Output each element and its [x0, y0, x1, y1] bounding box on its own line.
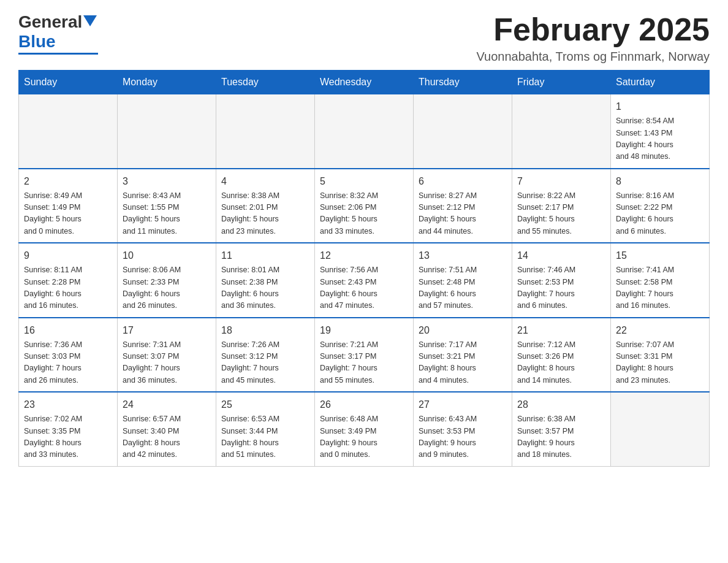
- day-number: 27: [419, 397, 507, 412]
- calendar-day: 26Sunrise: 6:48 AMSunset: 3:49 PMDayligh…: [315, 392, 414, 466]
- day-info: Sunrise: 8:38 AMSunset: 2:01 PMDaylight:…: [221, 190, 309, 238]
- calendar-day: 11Sunrise: 8:01 AMSunset: 2:38 PMDayligh…: [216, 243, 315, 318]
- calendar-table: Sunday Monday Tuesday Wednesday Thursday…: [18, 70, 710, 467]
- day-number: 18: [221, 323, 309, 338]
- day-number: 16: [24, 323, 112, 338]
- calendar-day: 12Sunrise: 7:56 AMSunset: 2:43 PMDayligh…: [315, 243, 414, 318]
- calendar-day: 17Sunrise: 7:31 AMSunset: 3:07 PMDayligh…: [118, 318, 216, 393]
- calendar-day: [512, 94, 611, 169]
- day-number: 25: [221, 397, 309, 412]
- day-number: 13: [419, 248, 507, 263]
- calendar-day: 18Sunrise: 7:26 AMSunset: 3:12 PMDayligh…: [216, 318, 315, 393]
- calendar-day: 10Sunrise: 8:06 AMSunset: 2:33 PMDayligh…: [118, 243, 216, 318]
- header-sunday: Sunday: [19, 71, 118, 94]
- day-number: 9: [24, 248, 112, 263]
- day-number: 6: [419, 174, 507, 189]
- day-info: Sunrise: 6:53 AMSunset: 3:44 PMDaylight:…: [221, 413, 309, 461]
- calendar-day: 23Sunrise: 7:02 AMSunset: 3:35 PMDayligh…: [19, 392, 118, 466]
- day-number: 21: [517, 323, 605, 338]
- logo: General Blue: [18, 12, 98, 55]
- calendar-day: 8Sunrise: 8:16 AMSunset: 2:22 PMDaylight…: [611, 169, 710, 243]
- day-info: Sunrise: 8:43 AMSunset: 1:55 PMDaylight:…: [123, 190, 211, 238]
- header-thursday: Thursday: [414, 71, 512, 94]
- calendar-day: 21Sunrise: 7:12 AMSunset: 3:26 PMDayligh…: [512, 318, 611, 393]
- month-title: February 2025: [476, 12, 710, 47]
- logo-arrow-icon: [83, 15, 97, 29]
- calendar-header-row: Sunday Monday Tuesday Wednesday Thursday…: [19, 71, 710, 94]
- day-info: Sunrise: 6:43 AMSunset: 3:53 PMDaylight:…: [419, 413, 507, 461]
- day-number: 2: [24, 174, 112, 189]
- header-wednesday: Wednesday: [315, 71, 414, 94]
- day-info: Sunrise: 8:32 AMSunset: 2:06 PMDaylight:…: [320, 190, 408, 238]
- day-info: Sunrise: 7:12 AMSunset: 3:26 PMDaylight:…: [517, 339, 605, 387]
- calendar-day: 7Sunrise: 8:22 AMSunset: 2:17 PMDaylight…: [512, 169, 611, 243]
- day-number: 10: [123, 248, 211, 263]
- day-number: 7: [517, 174, 605, 189]
- day-info: Sunrise: 8:54 AMSunset: 1:43 PMDaylight:…: [616, 115, 704, 163]
- day-number: 8: [616, 174, 704, 189]
- day-info: Sunrise: 7:17 AMSunset: 3:21 PMDaylight:…: [419, 339, 507, 387]
- day-info: Sunrise: 7:41 AMSunset: 2:58 PMDaylight:…: [616, 264, 704, 312]
- day-info: Sunrise: 7:07 AMSunset: 3:31 PMDaylight:…: [616, 339, 704, 387]
- day-info: Sunrise: 7:36 AMSunset: 3:03 PMDaylight:…: [24, 339, 112, 387]
- day-info: Sunrise: 8:22 AMSunset: 2:17 PMDaylight:…: [517, 190, 605, 238]
- calendar-day: 4Sunrise: 8:38 AMSunset: 2:01 PMDaylight…: [216, 169, 315, 243]
- day-info: Sunrise: 8:06 AMSunset: 2:33 PMDaylight:…: [123, 264, 211, 312]
- day-number: 28: [517, 397, 605, 412]
- day-info: Sunrise: 7:21 AMSunset: 3:17 PMDaylight:…: [320, 339, 408, 387]
- logo-blue-text: Blue: [18, 32, 56, 52]
- day-info: Sunrise: 7:51 AMSunset: 2:48 PMDaylight:…: [419, 264, 507, 312]
- calendar-day: 19Sunrise: 7:21 AMSunset: 3:17 PMDayligh…: [315, 318, 414, 393]
- header-friday: Friday: [512, 71, 611, 94]
- title-section: February 2025 Vuonnabahta, Troms og Finn…: [476, 12, 710, 64]
- day-number: 24: [123, 397, 211, 412]
- day-info: Sunrise: 8:27 AMSunset: 2:12 PMDaylight:…: [419, 190, 507, 238]
- calendar-day: 27Sunrise: 6:43 AMSunset: 3:53 PMDayligh…: [414, 392, 512, 466]
- svg-marker-0: [83, 15, 97, 26]
- calendar-day: 16Sunrise: 7:36 AMSunset: 3:03 PMDayligh…: [19, 318, 118, 393]
- calendar-day: 22Sunrise: 7:07 AMSunset: 3:31 PMDayligh…: [611, 318, 710, 393]
- calendar-week-4: 16Sunrise: 7:36 AMSunset: 3:03 PMDayligh…: [19, 318, 710, 393]
- day-info: Sunrise: 8:16 AMSunset: 2:22 PMDaylight:…: [616, 190, 704, 238]
- calendar-week-5: 23Sunrise: 7:02 AMSunset: 3:35 PMDayligh…: [19, 392, 710, 466]
- calendar-day: [19, 94, 118, 169]
- location-text: Vuonnabahta, Troms og Finnmark, Norway: [476, 50, 710, 64]
- calendar-day: [414, 94, 512, 169]
- calendar-day: 5Sunrise: 8:32 AMSunset: 2:06 PMDaylight…: [315, 169, 414, 243]
- day-info: Sunrise: 7:26 AMSunset: 3:12 PMDaylight:…: [221, 339, 309, 387]
- page-header: General Blue February 2025 Vuonnabahta, …: [18, 12, 710, 64]
- day-number: 12: [320, 248, 408, 263]
- day-info: Sunrise: 8:49 AMSunset: 1:49 PMDaylight:…: [24, 190, 112, 238]
- day-number: 22: [616, 323, 704, 338]
- calendar-day: 20Sunrise: 7:17 AMSunset: 3:21 PMDayligh…: [414, 318, 512, 393]
- calendar-day: 28Sunrise: 6:38 AMSunset: 3:57 PMDayligh…: [512, 392, 611, 466]
- day-number: 17: [123, 323, 211, 338]
- header-tuesday: Tuesday: [216, 71, 315, 94]
- calendar-day: 1Sunrise: 8:54 AMSunset: 1:43 PMDaylight…: [611, 94, 710, 169]
- day-number: 15: [616, 248, 704, 263]
- day-number: 4: [221, 174, 309, 189]
- day-number: 3: [123, 174, 211, 189]
- day-number: 20: [419, 323, 507, 338]
- logo-underline: [18, 53, 98, 55]
- day-number: 11: [221, 248, 309, 263]
- calendar-day: 6Sunrise: 8:27 AMSunset: 2:12 PMDaylight…: [414, 169, 512, 243]
- day-number: 14: [517, 248, 605, 263]
- calendar-day: 13Sunrise: 7:51 AMSunset: 2:48 PMDayligh…: [414, 243, 512, 318]
- calendar-day: 2Sunrise: 8:49 AMSunset: 1:49 PMDaylight…: [19, 169, 118, 243]
- calendar-day: [611, 392, 710, 466]
- day-info: Sunrise: 6:57 AMSunset: 3:40 PMDaylight:…: [123, 413, 211, 461]
- day-info: Sunrise: 7:02 AMSunset: 3:35 PMDaylight:…: [24, 413, 112, 461]
- day-info: Sunrise: 8:11 AMSunset: 2:28 PMDaylight:…: [24, 264, 112, 312]
- calendar-day: 15Sunrise: 7:41 AMSunset: 2:58 PMDayligh…: [611, 243, 710, 318]
- day-number: 19: [320, 323, 408, 338]
- logo-general-text: General: [18, 12, 82, 32]
- day-info: Sunrise: 6:48 AMSunset: 3:49 PMDaylight:…: [320, 413, 408, 461]
- calendar-day: [118, 94, 216, 169]
- calendar-week-2: 2Sunrise: 8:49 AMSunset: 1:49 PMDaylight…: [19, 169, 710, 243]
- day-info: Sunrise: 7:56 AMSunset: 2:43 PMDaylight:…: [320, 264, 408, 312]
- calendar-day: [216, 94, 315, 169]
- day-number: 5: [320, 174, 408, 189]
- day-info: Sunrise: 7:31 AMSunset: 3:07 PMDaylight:…: [123, 339, 211, 387]
- header-monday: Monday: [118, 71, 216, 94]
